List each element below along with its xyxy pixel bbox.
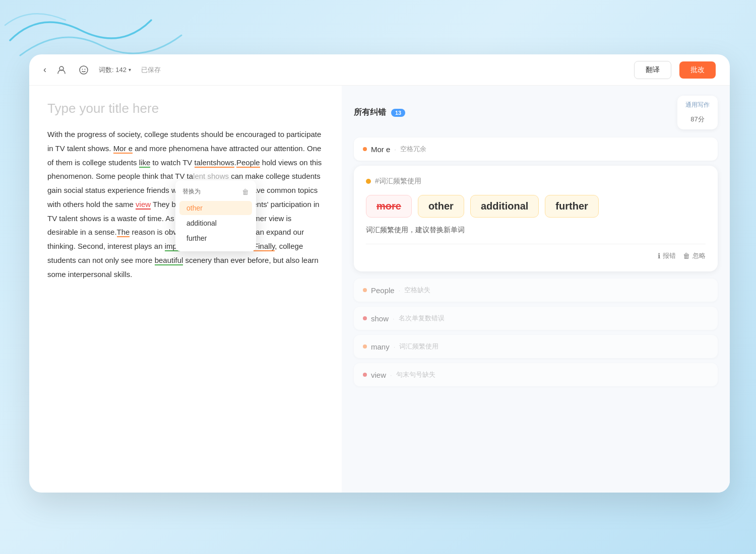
report-label: 报错 — [663, 251, 676, 260]
ignore-icon: 🗑 — [683, 252, 690, 260]
popup-delete-icon[interactable]: 🗑 — [242, 188, 249, 196]
emoji-icon — [77, 63, 91, 77]
svg-point-1 — [80, 66, 88, 74]
error-dot — [363, 373, 367, 377]
error-word: Mor e — [371, 145, 390, 154]
content-area: Type your title here With the progress o… — [29, 86, 730, 493]
error-word: many — [371, 342, 390, 351]
error-type: 句末句号缺失 — [396, 370, 435, 379]
saved-status: 已保存 — [141, 65, 161, 75]
errors-count-badge: 13 — [391, 109, 405, 117]
score-label: 通用写作 — [685, 101, 710, 109]
ignore-label: 忽略 — [692, 251, 706, 260]
replacement-words: more other additional further — [366, 195, 706, 218]
ignore-button[interactable]: 🗑 忽略 — [683, 251, 706, 260]
error-type: 词汇频繁使用 — [399, 342, 438, 351]
error-type: 名次单复数错误 — [399, 314, 445, 323]
error-dot — [363, 288, 367, 292]
right-panel: 所有纠错 13 通用写作 87分 Mor e · 空格冗余 — [342, 86, 730, 493]
svg-point-2 — [82, 68, 83, 70]
toolbar: ‹ 词数: 142 ▾ 已保存 翻译 批改 — [29, 54, 730, 86]
word-chip-more[interactable]: more — [366, 195, 412, 218]
popup-item-further[interactable]: further — [179, 231, 252, 245]
translate-button[interactable]: 翻译 — [634, 61, 671, 79]
word-chip-further[interactable]: further — [545, 195, 598, 218]
card-actions: ℹ 报错 🗑 忽略 — [366, 251, 706, 260]
word-chip-other[interactable]: other — [418, 195, 464, 218]
editor-title[interactable]: Type your title here — [47, 101, 324, 116]
error-item-view[interactable]: view · 句末句号缺失 — [354, 363, 718, 386]
proofread-button[interactable]: 批改 — [679, 61, 716, 79]
svg-point-3 — [85, 68, 86, 70]
popup-replace-label: 替换为 — [182, 187, 201, 196]
editor-panel[interactable]: Type your title here With the progress o… — [29, 86, 342, 493]
error-dot — [363, 344, 367, 349]
error-item-more[interactable]: Mor e · 空格冗余 — [354, 137, 718, 161]
error-item-people[interactable]: People · 空格缺失 — [354, 279, 718, 302]
error-word: view — [371, 371, 386, 379]
error-item-show[interactable]: show · 名次单复数错误 — [354, 307, 718, 330]
suggestion-popup: 替换为 🗑 other additional further — [175, 180, 256, 251]
card-tag: #词汇频繁使用 — [366, 177, 706, 186]
error-word: People — [371, 286, 395, 295]
score-card: 通用写作 87分 — [677, 96, 718, 129]
main-window: ‹ 词数: 142 ▾ 已保存 翻译 批改 Type your title he… — [29, 54, 730, 493]
error-type: 空格冗余 — [400, 145, 426, 154]
popup-item-additional[interactable]: additional — [179, 216, 252, 230]
card-divider — [366, 244, 706, 244]
errors-header: 所有纠错 13 通用写作 87分 — [354, 96, 718, 129]
word-count[interactable]: 词数: 142 ▾ — [99, 65, 131, 75]
error-word: show — [371, 314, 389, 323]
errors-title: 所有纠错 — [354, 107, 386, 118]
popup-header: 替换为 🗑 — [175, 185, 256, 200]
user-icon — [54, 63, 69, 77]
report-icon: ℹ — [658, 252, 660, 260]
card-tag-text: #词汇频繁使用 — [375, 177, 421, 186]
big-error-card: #词汇频繁使用 more other additional further 词汇… — [354, 166, 718, 271]
score-value: 87分 — [685, 111, 710, 124]
card-description: 词汇频繁使用，建议替换新单词 — [366, 226, 706, 235]
error-type: 空格缺失 — [404, 286, 430, 295]
error-dot — [363, 147, 367, 151]
popup-item-other[interactable]: other — [179, 201, 252, 215]
error-item-many[interactable]: many · 词汇频繁使用 — [354, 335, 718, 358]
back-button[interactable]: ‹ — [43, 64, 46, 75]
card-tag-dot — [366, 179, 371, 184]
word-chip-additional[interactable]: additional — [470, 195, 539, 218]
report-button[interactable]: ℹ 报错 — [658, 251, 676, 260]
error-dot — [363, 316, 367, 320]
